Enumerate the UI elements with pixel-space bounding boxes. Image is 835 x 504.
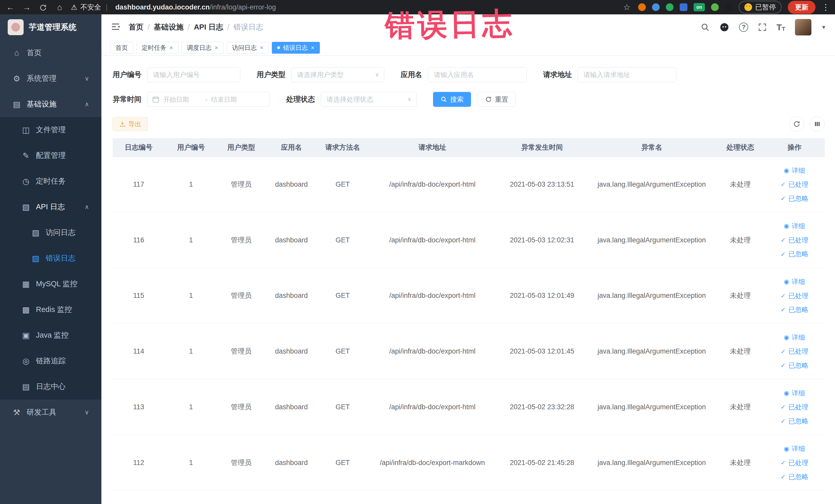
action-已处理[interactable]: ✓已处理 <box>766 400 823 414</box>
extension-icon-4[interactable] <box>680 3 687 11</box>
action-已忽略[interactable]: ✓已忽略 <box>766 470 823 484</box>
action-已忽略[interactable]: ✓已忽略 <box>766 247 823 261</box>
table-row: 1121管理员dashboardGET/api/infra/db-doc/exp… <box>113 435 825 491</box>
forward-icon[interactable]: → <box>22 3 32 12</box>
sidebar-item-redis[interactable]: ▩Redis 监控 <box>0 297 101 322</box>
smiley-icon <box>745 3 752 11</box>
sidebar-item-trace[interactable]: ◎链路追踪 <box>0 348 101 374</box>
action-详细[interactable]: ◉详细 <box>766 219 823 233</box>
reload-icon[interactable] <box>38 3 48 12</box>
sidebar-item-home[interactable]: ⌂首页 <box>0 40 101 66</box>
column-settings-button[interactable] <box>810 117 825 132</box>
date-range-picker[interactable]: - <box>147 92 270 107</box>
address-bar[interactable]: dashboard.yudao.iocoder.cn /infra/log/ap… <box>115 3 276 11</box>
check-icon: ✓ <box>780 470 786 483</box>
tab-close-icon[interactable]: × <box>215 45 218 51</box>
app-name-input[interactable] <box>428 67 527 82</box>
user-avatar[interactable] <box>795 19 811 36</box>
back-icon[interactable]: ← <box>5 3 15 12</box>
user-id-input[interactable] <box>147 67 240 82</box>
logo[interactable]: 芋道管理系统 <box>0 14 101 40</box>
start-date-input[interactable] <box>163 96 202 103</box>
tab-定时任务[interactable]: 定时任务× <box>136 42 178 54</box>
tab-错误日志[interactable]: 错误日志× <box>272 42 320 54</box>
sidebar-item-file[interactable]: ◫文件管理 <box>0 117 101 143</box>
cell-method: GET <box>318 157 368 212</box>
cell-actions: ◉详细✓已处理✓已忽略 <box>764 157 825 212</box>
action-已处理[interactable]: ✓已处理 <box>766 344 823 358</box>
table-toolbar: 导出 <box>113 117 825 132</box>
cell-exception: java.lang.IllegalArgumentException <box>587 268 716 324</box>
user-type-select[interactable] <box>291 67 384 82</box>
action-已忽略[interactable]: ✓已忽略 <box>766 414 823 428</box>
refresh-table-button[interactable] <box>789 117 804 132</box>
export-button[interactable]: 导出 <box>113 117 148 131</box>
sidebar-item-log-center[interactable]: ▤日志中心 <box>0 374 101 400</box>
extension-icon-6[interactable] <box>725 3 733 11</box>
sidebar-item-label: API 日志 <box>36 202 65 212</box>
tab-首页[interactable]: 首页 <box>110 42 133 54</box>
browser-menu-icon[interactable]: ⋮ <box>822 2 830 12</box>
search-button[interactable]: 搜索 <box>433 92 471 107</box>
action-详细[interactable]: ◉详细 <box>766 442 823 456</box>
extension-icon-1[interactable] <box>638 3 646 11</box>
sidebar-item-system[interactable]: ⚙系统管理∨ <box>0 66 101 92</box>
breadcrumb-item[interactable]: API 日志 <box>194 22 223 32</box>
extension-icon-2[interactable] <box>652 3 660 11</box>
fullscreen-icon[interactable] <box>758 23 767 32</box>
action-已处理[interactable]: ✓已处理 <box>766 456 823 470</box>
tab-调度日志[interactable]: 调度日志× <box>182 42 224 54</box>
sidebar-item-mysql[interactable]: ▦MySQL 监控 <box>0 271 101 297</box>
home-icon[interactable]: ⌂ <box>55 3 65 12</box>
action-已忽略[interactable]: ✓已忽略 <box>766 191 823 206</box>
sidebar-item-dev-tools[interactable]: ⚒研发工具∨ <box>0 400 101 425</box>
tab-close-icon[interactable]: × <box>311 45 314 51</box>
paused-badge[interactable]: 已暂停 <box>739 1 781 14</box>
cell-exception: java.lang.IllegalArgumentException <box>587 379 716 435</box>
filter-row-2: 异常时间 - 处理状态 <box>113 92 825 107</box>
sidebar-item-java[interactable]: ▣Java 监控 <box>0 322 101 348</box>
site-security[interactable]: ⚠ 不安全 | <box>71 3 109 12</box>
end-date-input[interactable] <box>211 96 249 103</box>
help-icon[interactable] <box>739 23 748 32</box>
sidebar-item-config[interactable]: ✎配置管理 <box>0 143 101 168</box>
extension-on-badge[interactable]: on <box>694 3 705 11</box>
cell-status: 未处理 <box>716 157 764 212</box>
action-详细[interactable]: ◉详细 <box>766 330 823 345</box>
tab-访问日志[interactable]: 访问日志× <box>227 42 269 54</box>
filter-request-url: 请求地址 <box>543 67 676 82</box>
breadcrumb-item[interactable]: 基础设施 <box>154 22 184 32</box>
github-icon[interactable] <box>719 22 729 32</box>
extension-icon-3[interactable] <box>666 3 674 11</box>
action-详细[interactable]: ◉详细 <box>766 386 823 400</box>
tab-close-icon[interactable]: × <box>260 45 263 51</box>
sidebar-item-access-log[interactable]: ▨访问日志 <box>0 220 101 245</box>
bookmark-star-icon[interactable]: ☆ <box>622 2 632 12</box>
sidebar-item-infra[interactable]: ▤基础设施∧ <box>0 92 101 117</box>
sidebar-item-api-log[interactable]: ▧API 日志∧ <box>0 194 101 220</box>
action-已忽略[interactable]: ✓已忽略 <box>766 303 823 317</box>
action-已处理[interactable]: ✓已处理 <box>766 233 823 247</box>
sidebar-item-label: 错误日志 <box>46 253 76 263</box>
sidebar-item-error-log[interactable]: ▨错误日志 <box>0 245 101 271</box>
browser-update-button[interactable]: 更新 <box>788 1 815 14</box>
extension-icon-5[interactable] <box>711 3 719 11</box>
collapse-menu-icon[interactable] <box>110 21 121 33</box>
breadcrumb-item[interactable]: 首页 <box>128 22 143 32</box>
action-label: 已忽略 <box>788 191 808 206</box>
sidebar-item-label: 首页 <box>27 48 42 58</box>
reset-button[interactable]: 重置 <box>478 92 516 107</box>
chevron-down-icon[interactable]: ▼ <box>821 24 826 30</box>
action-已忽略[interactable]: ✓已忽略 <box>766 358 823 372</box>
process-status-select[interactable] <box>321 92 416 107</box>
request-url-input[interactable] <box>577 67 676 82</box>
action-详细[interactable]: ◉详细 <box>766 275 823 289</box>
sidebar-item-job[interactable]: ◷定时任务 <box>0 168 101 194</box>
font-size-icon[interactable]: TT <box>776 22 785 32</box>
config-icon: ✎ <box>21 151 31 160</box>
action-已处理[interactable]: ✓已处理 <box>766 177 823 191</box>
tab-close-icon[interactable]: × <box>169 45 173 51</box>
search-icon[interactable] <box>700 23 710 32</box>
action-已处理[interactable]: ✓已处理 <box>766 289 823 303</box>
action-详细[interactable]: ◉详细 <box>766 164 823 178</box>
